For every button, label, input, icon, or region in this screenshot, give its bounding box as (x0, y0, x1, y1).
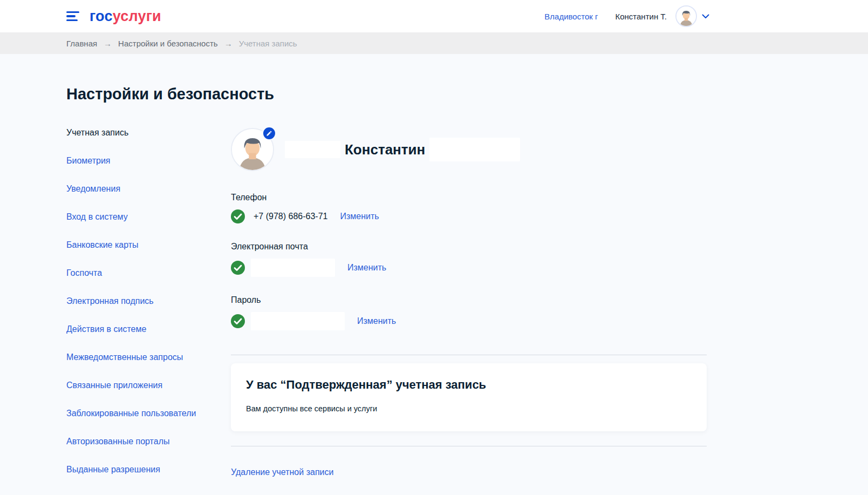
page-title: Настройки и безопасность (66, 85, 709, 103)
header-right: Владивосток г Константин Т. (544, 5, 709, 27)
profile-head: Константин (231, 128, 707, 171)
user-first-name: Константин (345, 141, 425, 158)
sidebar-item-account[interactable]: Учетная запись (66, 128, 231, 138)
change-phone-link[interactable]: Изменить (340, 212, 379, 221)
sidebar-item-blocked-users[interactable]: Заблокированные пользователи (66, 409, 231, 418)
sidebar-item-gospochta[interactable]: Госпочта (66, 268, 231, 278)
gosuslugi-logo[interactable]: госуслуги (90, 8, 161, 25)
delete-account-link[interactable]: Удаление учетной записи (231, 467, 333, 477)
phone-label: Телефон (231, 193, 707, 202)
sidebar-item-bank-cards[interactable]: Банковские карты (66, 240, 231, 250)
phone-row: +7 (978) 686-63-71 Изменить (231, 209, 707, 223)
pencil-icon (266, 130, 272, 137)
breadcrumb-item-home[interactable]: Главная (66, 39, 97, 48)
divider (231, 355, 707, 355)
change-password-link[interactable]: Изменить (357, 316, 396, 326)
breadcrumb: Главная → Настройки и безопасность → Уче… (66, 39, 297, 48)
sidebar-item-interagency-requests[interactable]: Межведомственные запросы (66, 352, 231, 362)
email-field: Электронная почта Изменить (231, 242, 707, 277)
redacted-patronymic (429, 138, 520, 161)
sidebar-item-system-actions[interactable]: Действия в системе (66, 324, 231, 334)
edit-avatar-button[interactable] (262, 126, 276, 140)
password-label: Пароль (231, 295, 707, 305)
sidebar-item-system-login[interactable]: Вход в систему (66, 212, 231, 222)
status-card-title: У вас “Подтвержденная” учетная запись (246, 378, 692, 392)
sidebar-item-e-signature[interactable]: Электронная подпись (66, 296, 231, 306)
sidebar-item-notifications[interactable]: Уведомления (66, 184, 231, 194)
check-circle-icon (231, 209, 245, 223)
app-header: госуслуги Владивосток г Константин Т. (0, 0, 868, 32)
breadcrumb-bar: Главная → Настройки и безопасность → Уче… (0, 32, 868, 54)
logo-part-red: услуги (113, 8, 161, 24)
breadcrumb-item-current: Учетная запись (239, 39, 297, 48)
phone-value: +7 (978) 686-63-71 (254, 212, 327, 221)
arrow-right-icon: → (224, 39, 233, 48)
redacted-password-value (251, 312, 345, 330)
account-fields: Телефон +7 (978) 686-63-71 Изменить Элек… (231, 193, 707, 330)
arrow-right-icon: → (104, 39, 112, 48)
avatar-person-icon (676, 6, 696, 26)
logo-part-blue: гос (90, 8, 113, 24)
sidebar-item-issued-permissions[interactable]: Выданные разрешения (66, 465, 231, 474)
account-main: Константин Телефон +7 (978) 686-63-71 Из… (231, 128, 707, 493)
account-status-card: У вас “Подтвержденная” учетная запись Ва… (231, 363, 707, 431)
divider (231, 446, 707, 446)
location-link[interactable]: Владивосток г (544, 12, 598, 21)
check-circle-icon (231, 314, 245, 328)
header-inner: госуслуги Владивосток г Константин Т. (66, 5, 709, 27)
columns: Учетная запись Биометрия Уведомления Вхо… (66, 128, 709, 493)
user-name[interactable]: Константин Т. (615, 12, 667, 21)
user-full-name: Константин (285, 138, 520, 161)
settings-sidebar: Учетная запись Биометрия Уведомления Вхо… (66, 128, 231, 493)
sidebar-item-authorized-portals[interactable]: Авторизованные порталы (66, 437, 231, 446)
chevron-down-icon[interactable] (702, 14, 709, 19)
check-circle-icon (231, 261, 245, 275)
profile-avatar[interactable] (231, 128, 274, 171)
email-row: Изменить (231, 259, 707, 277)
sidebar-item-linked-apps[interactable]: Связанные приложения (66, 381, 231, 390)
password-row: Изменить (231, 312, 707, 330)
user-avatar[interactable] (675, 5, 697, 27)
status-card-subtitle: Вам доступны все сервисы и услуги (246, 404, 692, 413)
password-field: Пароль Изменить (231, 295, 707, 330)
redacted-surname (285, 141, 340, 158)
hamburger-icon[interactable] (66, 11, 80, 21)
page-content: Настройки и безопасность Учетная запись … (66, 85, 709, 493)
change-email-link[interactable]: Изменить (347, 263, 386, 273)
sidebar-item-biometrics[interactable]: Биометрия (66, 156, 231, 166)
phone-field: Телефон +7 (978) 686-63-71 Изменить (231, 193, 707, 223)
email-label: Электронная почта (231, 242, 707, 252)
breadcrumb-item-settings[interactable]: Настройки и безопасность (118, 39, 218, 48)
redacted-email-value (251, 259, 335, 277)
